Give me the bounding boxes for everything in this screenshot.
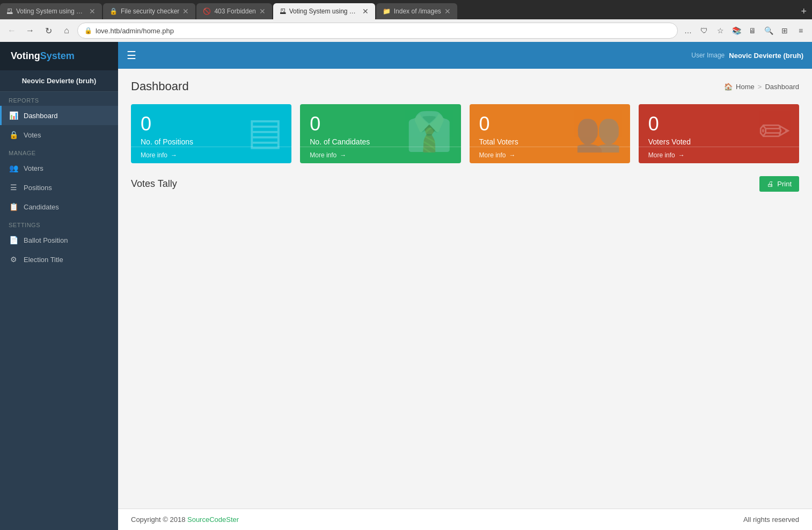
tab-favicon-tab2: 🔒: [109, 8, 118, 15]
main-content: ☰ User Image Neovic Devierte (bruh) Dash…: [118, 42, 812, 530]
sidebar-item-ballot[interactable]: 📄Ballot Position: [0, 230, 118, 250]
tab-close-tab5[interactable]: ✕: [444, 7, 451, 16]
home-button[interactable]: ⌂: [59, 23, 74, 38]
sidebar-icon-voters: 👥: [9, 164, 18, 172]
browser-tab-tab4[interactable]: 🗳Voting System using PHP✕: [273, 3, 375, 19]
breadcrumb-home[interactable]: Home: [736, 83, 755, 91]
sidebar-username: Neovic Devierte (bruh): [9, 77, 109, 85]
browser-nav: ← → ↻ ⌂ 🔒 love.htb/admin/home.php … 🛡 ☆ …: [0, 19, 812, 42]
stat-card-top-voters_voted: 0 Voters Voted ✏: [648, 113, 789, 146]
stat-card-voters_voted: 0 Voters Voted ✏ More info →: [639, 104, 799, 163]
stat-card-more-info-voters_voted[interactable]: More info: [648, 151, 675, 159]
tab-close-tab2[interactable]: ✕: [182, 7, 189, 16]
sidebar-item-candidates[interactable]: 📋Candidates: [0, 197, 118, 216]
stats-row: 0 No. of Positions ▤ More info → 0 No. o…: [131, 104, 799, 163]
footer-link[interactable]: SourceCodeSter: [187, 516, 239, 524]
tab-favicon-tab4: 🗳: [280, 8, 286, 15]
stat-card-more-info-total_voters[interactable]: More info: [479, 151, 506, 159]
sidebar-section-reports: REPORTS: [0, 92, 118, 106]
new-tab-button[interactable]: +: [795, 3, 812, 19]
sidebar-label-positions: Positions: [24, 184, 52, 192]
stat-card-bg-icon-total_voters: 👥: [575, 110, 621, 154]
browser-tab-tab3[interactable]: 🚫403 Forbidden✕: [196, 3, 272, 19]
browser-tabs: 🗳Voting System using PHP✕🔒File security …: [0, 0, 812, 19]
browser-chrome: 🗳Voting System using PHP✕🔒File security …: [0, 0, 812, 42]
stat-card-arrow-candidates: →: [340, 151, 346, 159]
tab-favicon-tab3: 🚫: [203, 8, 211, 15]
shield-button[interactable]: 🛡: [697, 24, 711, 38]
stat-card-more-info-positions[interactable]: More info: [141, 151, 167, 159]
sidebar-label-dashboard: Dashboard: [24, 112, 58, 120]
sidebar-icon-election: ⚙: [9, 255, 18, 264]
sidebar-label-voters: Voters: [24, 164, 43, 172]
tab-favicon-tab1: 🗳: [6, 8, 13, 15]
tab-label-tab3: 403 Forbidden: [214, 8, 255, 15]
library-button[interactable]: 📚: [729, 24, 743, 38]
stat-card-more-info-candidates[interactable]: More info: [310, 151, 336, 159]
sidebar-user: Neovic Devierte (bruh): [0, 70, 118, 92]
breadcrumb: 🏠 Home > Dashboard: [724, 83, 799, 91]
stat-card-candidates: 0 No. of Candidates 👔 More info →: [300, 104, 460, 163]
sidebar-label-ballot: Ballot Position: [24, 236, 68, 244]
nav-extras: … 🛡 ☆ 📚 🖥 🔍 ⊞ ≡: [681, 24, 808, 38]
topbar: ☰ User Image Neovic Devierte (bruh): [118, 42, 812, 69]
tab-favicon-tab5: 📁: [383, 8, 391, 15]
sidebar-label-votes: Votes: [24, 131, 41, 139]
page-content: Dashboard 🏠 Home > Dashboard 0 No. of Po…: [118, 69, 812, 509]
breadcrumb-separator: >: [758, 83, 762, 91]
sidebar: VotingSystem Neovic Devierte (bruh) REPO…: [0, 42, 118, 530]
sidebar-label-candidates: Candidates: [24, 203, 59, 211]
tab-label-tab5: Index of /images: [394, 8, 441, 15]
search-button[interactable]: 🔍: [762, 24, 776, 38]
brand-voting: Voting: [11, 50, 40, 61]
sidebar-brand: VotingSystem: [0, 42, 118, 70]
browser-tab-tab2[interactable]: 🔒File security checker✕: [103, 3, 195, 19]
stat-card-arrow-voters_voted: →: [678, 151, 685, 159]
home-icon: 🏠: [724, 83, 733, 91]
print-button[interactable]: 🖨 Print: [759, 176, 799, 192]
tab-close-tab3[interactable]: ✕: [259, 7, 266, 16]
footer-rights: All rights reserved: [743, 516, 799, 524]
browser-tab-tab5[interactable]: 📁Index of /images✕: [376, 3, 457, 19]
sidebar-nav: REPORTS📊Dashboard🔒VotesMANAGE👥Voters☰Pos…: [0, 92, 118, 269]
breadcrumb-current: Dashboard: [765, 83, 799, 91]
sidebar-item-votes[interactable]: 🔒Votes: [0, 125, 118, 144]
sidebar-item-positions[interactable]: ☰Positions: [0, 178, 118, 197]
stat-card-positions: 0 No. of Positions ▤ More info →: [131, 104, 291, 163]
sidebar-label-election: Election Title: [24, 256, 63, 264]
stat-card-arrow-total_voters: →: [509, 151, 516, 159]
sidebar-icon-dashboard: 📊: [9, 111, 18, 120]
browser-tab-tab1[interactable]: 🗳Voting System using PHP✕: [0, 3, 102, 19]
lock-icon: 🔒: [84, 27, 92, 34]
sidebar-item-election[interactable]: ⚙Election Title: [0, 250, 118, 269]
stat-card-bg-icon-positions: ▤: [247, 110, 283, 154]
sidebar-item-voters[interactable]: 👥Voters: [0, 158, 118, 178]
menu-button[interactable]: ≡: [794, 24, 808, 38]
print-label: Print: [777, 180, 792, 188]
tab-label-tab2: File security checker: [121, 8, 179, 15]
brand-system: System: [40, 50, 75, 61]
tab-close-tab4[interactable]: ✕: [362, 7, 369, 16]
extensions-button[interactable]: …: [681, 24, 695, 38]
bookmark-button[interactable]: ☆: [713, 24, 727, 38]
page-header: Dashboard 🏠 Home > Dashboard: [131, 79, 799, 93]
sidebar-section-settings: SETTINGS: [0, 216, 118, 230]
forward-button[interactable]: →: [23, 23, 38, 38]
stat-card-bg-icon-voters_voted: ✏: [759, 110, 791, 154]
sidebar-icon-ballot: 📄: [9, 236, 18, 244]
url-text: love.htb/admin/home.php: [96, 27, 174, 35]
sidebar-item-dashboard[interactable]: 📊Dashboard: [0, 106, 118, 125]
back-button[interactable]: ←: [4, 23, 19, 38]
stat-card-total_voters: 0 Total Voters 👥 More info →: [470, 104, 630, 163]
topbar-user-label: User Image: [691, 52, 725, 59]
sync-button[interactable]: 🖥: [745, 24, 759, 38]
sidebar-section-manage: MANAGE: [0, 144, 118, 158]
grid-button[interactable]: ⊞: [778, 24, 792, 38]
hamburger-button[interactable]: ☰: [127, 49, 136, 62]
address-bar[interactable]: 🔒 love.htb/admin/home.php: [77, 23, 678, 39]
tab-close-tab1[interactable]: ✕: [89, 7, 96, 16]
sidebar-icon-votes: 🔒: [9, 130, 18, 139]
reload-button[interactable]: ↻: [41, 23, 56, 38]
topbar-user-name: Neovic Devierte (bruh): [729, 52, 803, 60]
footer: Copyright © 2018 SourceCodeSter All righ…: [118, 509, 812, 530]
